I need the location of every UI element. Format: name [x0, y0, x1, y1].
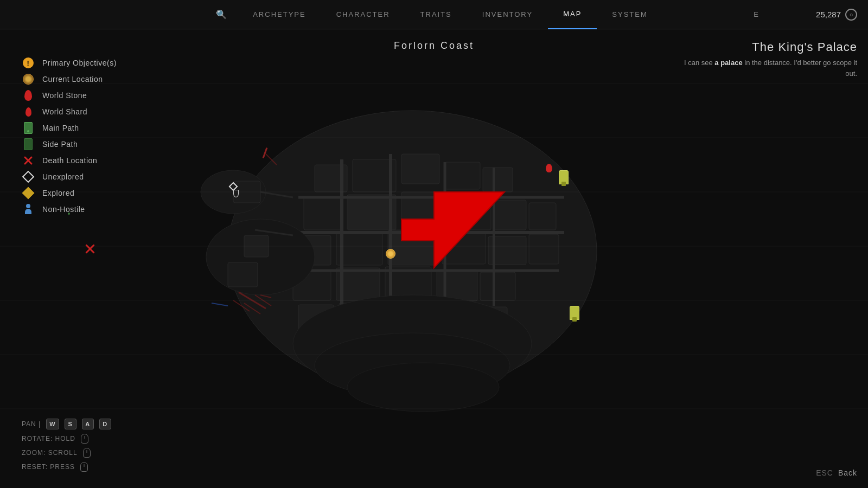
legend-world-stone: World Stone — [22, 89, 117, 102]
currency-display: 25,287 ○ — [816, 9, 857, 21]
world-shard-icon — [22, 105, 35, 118]
key-s: S — [65, 419, 76, 429]
nav-archetype[interactable]: ARCHETYPE — [238, 0, 321, 29]
legend-unexplored: Unexplored — [22, 170, 117, 183]
map-marker-red-2 — [546, 164, 552, 172]
svg-rect-23 — [480, 272, 515, 300]
non-hostile-icon — [22, 203, 35, 216]
legend-label-current: Current Location — [42, 75, 103, 84]
main-path-icon — [22, 121, 35, 134]
map-marker-item-2 — [570, 306, 579, 320]
currency-icon: ○ — [845, 9, 857, 21]
svg-rect-18 — [529, 234, 559, 264]
esc-back[interactable]: ESC Back — [816, 468, 857, 477]
svg-rect-12 — [529, 203, 556, 230]
legend-label-death: Death Location — [42, 156, 97, 165]
map-marker-unexplored-1 — [230, 183, 237, 190]
legend-current-location: Current Location — [22, 73, 117, 86]
control-reset: RESET: PRESS — [22, 462, 111, 472]
explored-icon — [22, 187, 35, 200]
legend-label-objective: Primary Objective(s) — [42, 59, 117, 67]
svg-rect-7 — [304, 197, 342, 230]
unexplored-icon — [22, 170, 35, 183]
control-rotate: ROTATE: HOLD — [22, 434, 111, 444]
legend-label-explored: Explored — [42, 189, 74, 197]
svg-rect-8 — [347, 195, 396, 230]
search-icon[interactable]: 🔍 — [205, 9, 238, 20]
rotate-label: ROTATE: HOLD — [22, 435, 75, 442]
mouse-zoom-icon — [83, 448, 91, 458]
back-label: Back — [838, 468, 857, 477]
esc-key-label: ESC — [816, 468, 833, 477]
map-marker-death-1 — [84, 242, 97, 255]
map-area[interactable]: Forlorn Coast ! Primary Objective(s) Cur… — [0, 29, 868, 488]
map-marker-red-1 — [264, 147, 266, 158]
legend-label-nonhostile: Non-Hostile — [42, 205, 85, 214]
death-location-icon — [22, 154, 35, 167]
top-navigation: 🔍 ARCHETYPE CHARACTER TRAITS INVENTORY M… — [0, 0, 868, 29]
nav-character[interactable]: CHARACTER — [321, 0, 405, 29]
key-a: A — [82, 419, 94, 429]
quest-title: The King's Palace — [684, 40, 857, 54]
legend-explored: Explored — [22, 187, 117, 200]
nav-inventory[interactable]: INVENTORY — [467, 0, 548, 29]
map-title: Forlorn Coast — [394, 40, 474, 52]
legend-label-sidepath: Side Path — [42, 140, 78, 149]
key-w: W — [46, 419, 59, 429]
svg-point-52 — [347, 363, 499, 412]
side-path-icon — [22, 138, 35, 151]
red-arrow — [391, 176, 510, 275]
legend-label-mainpath: Main Path — [42, 124, 79, 132]
quest-description: I can see a palace in the distance. I'd … — [684, 57, 857, 79]
mouse-reset-icon — [80, 462, 88, 472]
objective-icon: ! — [22, 56, 35, 69]
current-location-icon — [22, 73, 35, 86]
quest-info: The King's Palace I can see a palace in … — [684, 40, 857, 79]
controls-panel: PAN | W S A D ROTATE: HOLD ZOOM: SCROLL … — [22, 419, 111, 472]
legend-death-location: Death Location — [22, 154, 117, 167]
nav-e-key[interactable]: E — [754, 10, 760, 18]
legend-side-path: Side Path — [22, 138, 117, 151]
pan-label: PAN | — [22, 420, 41, 428]
legend-label-unexplored: Unexplored — [42, 172, 84, 181]
legend-main-path: Main Path — [22, 121, 117, 134]
legend-label-worldstone: World Stone — [42, 91, 87, 100]
legend-label-worldshard: World Shard — [42, 107, 87, 116]
nav-traits[interactable]: TRAITS — [405, 0, 467, 29]
key-d: D — [99, 419, 111, 429]
legend-primary-objective: ! Primary Objective(s) — [22, 56, 117, 69]
control-pan: PAN | W S A D — [22, 419, 111, 429]
map-marker-item-1 — [559, 170, 569, 184]
legend-world-shard: World Shard — [22, 105, 117, 118]
mouse-rotate-icon — [81, 434, 88, 444]
world-stone-icon — [22, 89, 35, 102]
nav-map[interactable]: MAP — [548, 0, 597, 29]
currency-amount: 25,287 — [816, 10, 841, 19]
nav-system[interactable]: SYSTEM — [597, 0, 662, 29]
map-marker-unexplored-2 — [233, 190, 239, 197]
svg-marker-61 — [401, 192, 505, 268]
zoom-label: ZOOM: SCROLL — [22, 449, 78, 457]
svg-rect-41 — [228, 262, 258, 287]
reset-label: RESET: PRESS — [22, 463, 75, 471]
control-zoom: ZOOM: SCROLL — [22, 448, 111, 458]
legend: ! Primary Objective(s) Current Location … — [22, 56, 117, 216]
